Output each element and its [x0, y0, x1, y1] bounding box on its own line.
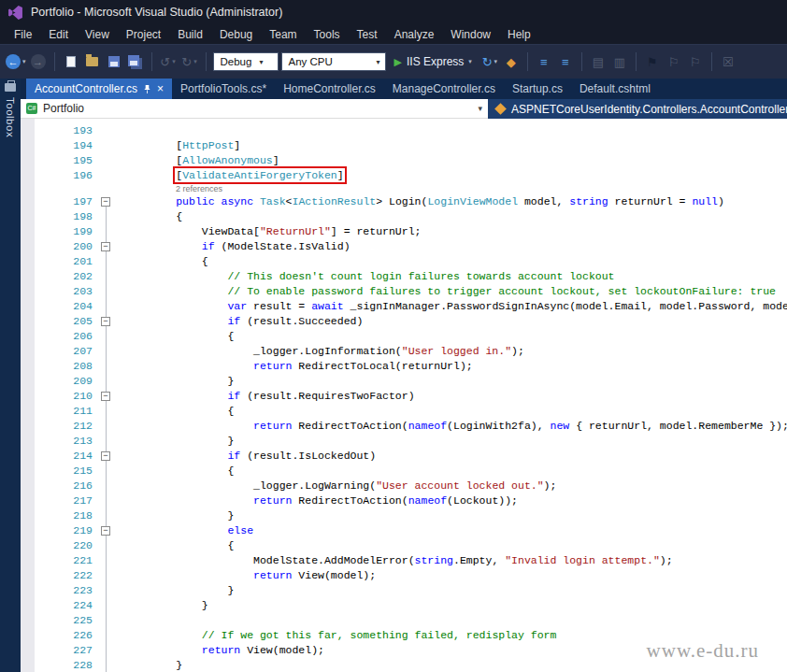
save-button[interactable] — [105, 50, 123, 73]
code-text: _logger.LogInformation("User logged in."… — [117, 344, 524, 359]
line-number: 194 — [35, 138, 96, 153]
menu-view[interactable]: View — [77, 26, 118, 43]
collapse-region-button[interactable]: − — [101, 242, 110, 251]
uncomment-icon: ▥ — [614, 56, 625, 68]
previous-bookmark-button[interactable]: ⚐ — [665, 50, 683, 73]
navigate-back-button[interactable]: ← ▾ — [6, 50, 26, 73]
next-bookmark-button[interactable]: ⚐ — [686, 50, 705, 73]
code-text: [HttpPost] — [117, 138, 240, 153]
line-number: 211 — [35, 404, 96, 419]
profiler-button[interactable]: ◆ — [502, 50, 521, 73]
toolbar-separator — [581, 52, 582, 71]
window-title: Portfolio - Microsoft Visual Studio (Adm… — [31, 6, 282, 19]
refresh-icon: ↻ — [482, 56, 493, 68]
redo-button[interactable]: ↻ ▾ — [180, 50, 199, 73]
code-area: 193194 [HttpPost]195 [AllowAnonymous]196… — [21, 123, 787, 672]
fold-margin — [96, 374, 117, 389]
close-tab-icon[interactable]: × — [157, 83, 164, 94]
menu-edit[interactable]: Edit — [40, 26, 77, 43]
tab-homecontroller.cs[interactable]: HomeController.cs — [275, 79, 384, 99]
code-line: 218 } — [21, 508, 787, 523]
code-editor[interactable]: 193194 [HttpPost]195 [AllowAnonymous]196… — [21, 119, 787, 672]
line-number: 205 — [35, 314, 96, 329]
comment-selection-button[interactable]: ▤ — [589, 50, 608, 73]
fold-margin — [96, 168, 117, 183]
tab-managecontroller.cs[interactable]: ManageController.cs — [384, 79, 504, 99]
csharp-project-icon: C# — [26, 103, 37, 114]
fold-margin — [96, 643, 117, 658]
collapse-region-button[interactable]: − — [101, 317, 110, 326]
start-debugging-button[interactable]: ▶ IIS Express ▾ — [389, 50, 478, 73]
tab-portfoliotools.cs[interactable]: PortfolioTools.cs* — [172, 79, 275, 99]
menu-test[interactable]: Test — [349, 26, 386, 43]
type-dropdown[interactable]: ASPNETCoreUserIdentity.Controllers.Accou… — [488, 99, 787, 119]
fold-margin — [96, 508, 117, 523]
collapse-all-button[interactable]: ≡ — [556, 50, 575, 73]
solution-platforms-select[interactable]: Any CPU ▾ — [281, 52, 386, 71]
collapse-region-button[interactable]: − — [101, 451, 110, 461]
code-line: 219− else — [21, 523, 787, 538]
new-file-button[interactable] — [62, 50, 80, 73]
code-text: { — [117, 209, 182, 224]
pin-tab-icon[interactable] — [143, 84, 151, 94]
document-tab-bar: AccountController.cs×PortfolioTools.cs*H… — [21, 79, 787, 99]
navigate-forward-button[interactable]: → — [29, 50, 48, 73]
expand-list-icon: ≡ — [540, 56, 548, 68]
highlight-annotation-box: [ValidateAntiForgeryToken] — [176, 169, 343, 181]
menu-window[interactable]: Window — [442, 26, 499, 43]
menu-project[interactable]: Project — [118, 26, 169, 43]
code-line: 204 var result = await _signInManager.Pa… — [21, 299, 787, 314]
code-text: if (result.IsLockedOut) — [117, 449, 376, 464]
menu-help[interactable]: Help — [499, 26, 539, 43]
menu-team[interactable]: Team — [261, 26, 305, 43]
save-all-button[interactable] — [126, 50, 145, 73]
solution-configuration-value: Debug — [221, 56, 252, 67]
tab-startup.cs[interactable]: Startup.cs — [504, 79, 571, 99]
tab-label: Default.cshtml — [580, 82, 651, 95]
code-text: } — [117, 583, 234, 598]
solution-configurations-select[interactable]: Debug ▾ — [213, 52, 279, 71]
project-dropdown-value: Portfolio — [43, 102, 84, 115]
codelens-references[interactable]: 2 references — [21, 183, 787, 194]
fold-margin — [96, 479, 117, 493]
line-number: 222 — [35, 568, 96, 583]
code-line: 217 return RedirectToAction(nameof(Locko… — [21, 493, 787, 508]
expand-all-button[interactable]: ≡ — [535, 50, 553, 73]
menu-bar: FileEditViewProjectBuildDebugTeamToolsTe… — [0, 24, 787, 44]
menu-analyze[interactable]: Analyze — [386, 26, 443, 43]
code-text: } — [117, 434, 234, 449]
line-number: 201 — [35, 254, 96, 269]
collapse-region-button[interactable]: − — [101, 392, 110, 401]
code-text: return RedirectToAction(nameof(Lockout))… — [117, 493, 518, 508]
code-text: public async Task<IActionResult> Login(L… — [117, 194, 724, 209]
toggle-bookmark-button[interactable]: ⚑ — [643, 50, 662, 73]
collapse-region-button[interactable]: − — [101, 526, 110, 536]
code-line: 221 ModelState.AddModelError(string.Empt… — [21, 553, 787, 568]
code-line: 194 [HttpPost] — [21, 138, 787, 153]
code-line: 195 [AllowAnonymous] — [21, 153, 787, 168]
code-text: { — [117, 404, 234, 419]
code-text: else — [117, 523, 253, 538]
refresh-button[interactable]: ↻ ▾ — [480, 50, 499, 73]
tab-accountcontroller.cs[interactable]: AccountController.cs× — [26, 79, 172, 99]
menu-debug[interactable]: Debug — [211, 26, 261, 43]
code-text: } — [117, 374, 234, 389]
clear-bookmarks-button[interactable]: ☒ — [719, 50, 737, 73]
toolbox-panel-tab[interactable]: Toolbox — [0, 79, 21, 672]
open-file-button[interactable] — [83, 50, 102, 73]
menu-file[interactable]: File — [6, 26, 40, 43]
breakpoint-margin[interactable] — [21, 119, 35, 672]
menu-tools[interactable]: Tools — [306, 26, 349, 43]
fold-margin — [96, 658, 117, 672]
tab-label: PortfolioTools.cs* — [180, 82, 266, 95]
menu-build[interactable]: Build — [169, 26, 211, 43]
collapse-region-button[interactable]: − — [101, 197, 110, 207]
tab-default.cshtml[interactable]: Default.cshtml — [571, 79, 659, 99]
code-text: if (result.Succeeded) — [117, 314, 363, 329]
uncomment-selection-button[interactable]: ▥ — [610, 50, 629, 73]
undo-button[interactable]: ↺ ▾ — [159, 50, 178, 73]
fold-margin — [96, 209, 117, 224]
line-number: 219 — [35, 523, 96, 538]
tab-label: Startup.cs — [512, 82, 563, 95]
project-dropdown[interactable]: C# Portfolio ▾ — [21, 99, 488, 119]
